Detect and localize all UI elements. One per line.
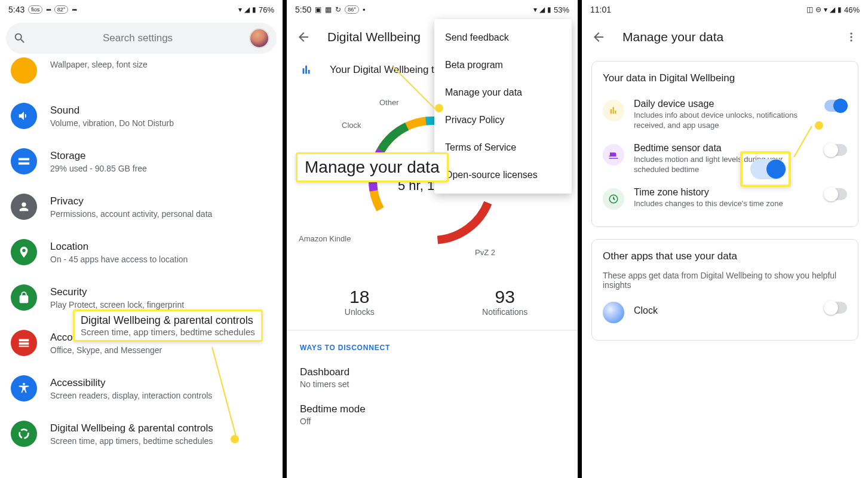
battery-icon: ▮: [838, 5, 842, 14]
card-title: Your data in Digital Wellbeing: [603, 72, 847, 84]
card-your-data: Your data in Digital Wellbeing Daily dev…: [591, 61, 858, 227]
status-time: 5:43: [8, 5, 24, 14]
svg-point-8: [850, 36, 852, 38]
item-sub: Volume, vibration, Do Not Disturb: [50, 118, 272, 128]
page-title: Digital Wellbeing: [327, 30, 421, 44]
signal-icon: ◢: [830, 5, 835, 14]
menu-title: Bedtime mode: [300, 403, 565, 415]
menu-dashboard[interactable]: Dashboard No timers set: [287, 359, 578, 396]
menu-item[interactable]: Terms of Service: [434, 134, 572, 161]
signal-icon: ◢: [244, 5, 250, 14]
toggle-bedtime[interactable]: [824, 144, 847, 156]
menu-bedtime[interactable]: Bedtime mode Off: [287, 396, 578, 433]
dots-icon: •••: [72, 7, 76, 13]
clock-app-icon: [603, 302, 624, 323]
screen-manage-data: 11:01 ◫ ⊖ ▾ ◢ ▮ 46% Manage your data You…: [582, 0, 868, 478]
stat-label: Unlocks: [287, 307, 433, 317]
data-row-bedtime[interactable]: Bedtime sensor dataIncludes motion and l…: [603, 137, 847, 181]
menu-sub: Off: [300, 416, 565, 426]
battery-percent: 46%: [844, 5, 860, 14]
search-bar[interactable]: [6, 23, 277, 54]
item-title: Digital Wellbeing & parental controls: [50, 422, 272, 435]
wellbeing-icon: [11, 421, 37, 447]
privacy-icon: [11, 194, 37, 220]
more-button[interactable]: [844, 31, 858, 43]
data-row-clock-app[interactable]: Clock: [603, 295, 847, 329]
menu-item[interactable]: Manage your data: [434, 79, 572, 106]
list-item[interactable]: SoundVolume, vibration, Do Not Disturb: [0, 93, 283, 139]
data-row-usage[interactable]: Daily device usageIncludes info about de…: [603, 93, 847, 137]
chart-label: PvZ 2: [475, 248, 495, 257]
battery-icon: ▮: [252, 5, 256, 14]
list-item[interactable]: Digital Wellbeing & parental controlsScr…: [0, 411, 283, 456]
back-button[interactable]: [296, 30, 311, 44]
data-title: Clock: [634, 305, 815, 316]
highlight-dot: [815, 121, 823, 130]
wifi-icon: ▾: [533, 5, 537, 14]
image-icon: ▣: [315, 5, 321, 14]
callout-text: Manage your data: [305, 158, 440, 176]
clock-icon: [603, 188, 624, 210]
status-bar: 5:50 ▣ ▦ ↻ 86° • ▾ ◢ ▮ 53%: [287, 0, 578, 19]
toggle-timezone[interactable]: [824, 188, 847, 200]
status-bar: 11:01 ◫ ⊖ ▾ ◢ ▮ 46%: [582, 0, 868, 19]
card-other-apps: Other apps that use your data These apps…: [591, 239, 858, 341]
chart-label: Other: [379, 98, 399, 107]
screen-settings: 5:43 fios ••• 82° ••• ▾ ◢ ▮ 76% Wallpape…: [0, 0, 287, 478]
menu-item[interactable]: Send feedback: [434, 24, 572, 51]
list-item[interactable]: Wallpaper, sleep, font size: [0, 57, 283, 93]
list-item[interactable]: AccessibilityScreen readers, display, in…: [0, 366, 283, 411]
chart-label: Clock: [342, 121, 361, 130]
stat-unlocks[interactable]: 18 Unlocks: [287, 287, 433, 317]
menu-item[interactable]: Privacy Policy: [434, 106, 572, 134]
display-icon: [11, 57, 37, 84]
status-time: 5:50: [295, 5, 311, 14]
item-sub: 29% used - 90.85 GB free: [50, 163, 272, 174]
callout-sub: Screen time, app timers, bedtime schedul…: [81, 327, 255, 337]
list-item[interactable]: PrivacyPermissions, account activity, pe…: [0, 184, 283, 229]
status-time: 11:01: [590, 5, 611, 14]
data-sub: Includes info about device unlocks, noti…: [634, 111, 815, 131]
item-title: Accessibility: [50, 376, 272, 390]
item-title: Sound: [50, 104, 272, 117]
dnd-icon: ⊖: [815, 5, 821, 14]
stat-label: Notifications: [433, 307, 578, 317]
menu-item[interactable]: Beta program: [434, 51, 572, 79]
card-title: Other apps that use your data: [603, 250, 847, 262]
menu-item[interactable]: Open-source licenses: [434, 161, 572, 189]
data-title: Time zone history: [634, 187, 815, 198]
avatar[interactable]: [249, 28, 269, 48]
calendar-icon: ▦: [325, 5, 332, 14]
list-item[interactable]: LocationOn - 45 apps have access to loca…: [0, 229, 283, 275]
stat-num: 93: [433, 287, 578, 307]
highlight-toggle: [750, 159, 786, 179]
stat-notifications[interactable]: 93 Notifications: [433, 287, 578, 317]
item-sub: Play Protect, screen lock, fingerprint: [50, 299, 272, 310]
toggle-clock[interactable]: [824, 302, 847, 314]
toggle-usage[interactable]: [824, 100, 847, 112]
battery-percent: 53%: [554, 5, 569, 14]
highlight-callout: Manage your data: [296, 152, 449, 182]
data-row-timezone[interactable]: Time zone historyIncludes changes to thi…: [603, 181, 847, 216]
screen-digital-wellbeing: 5:50 ▣ ▦ ↻ 86° • ▾ ◢ ▮ 53% Digital Wellb…: [287, 0, 582, 478]
security-icon: [11, 284, 37, 311]
accounts-icon: [11, 330, 37, 356]
battery-icon: ▮: [547, 5, 551, 14]
data-title: Daily device usage: [634, 99, 815, 109]
status-bar: 5:43 fios ••• 82° ••• ▾ ◢ ▮ 76%: [0, 0, 283, 19]
list-item[interactable]: Storage29% used - 90.85 GB free: [0, 139, 283, 184]
usage-icon: [603, 100, 624, 121]
item-sub: Wallpaper, sleep, font size: [50, 59, 272, 70]
overflow-menu: Send feedback Beta program Manage your d…: [434, 19, 572, 194]
callout-title: Digital Wellbeing & parental controls: [81, 314, 255, 327]
svg-point-0: [20, 430, 29, 439]
search-icon: [13, 32, 26, 45]
item-title: Security: [50, 286, 272, 299]
search-input[interactable]: [33, 32, 242, 44]
status-temp: 86°: [345, 5, 359, 14]
highlight-dot: [231, 435, 239, 443]
highlight-dot: [435, 104, 443, 112]
accessibility-icon: [11, 375, 37, 402]
vibrate-icon: ◫: [806, 5, 813, 14]
back-button[interactable]: [591, 30, 606, 44]
